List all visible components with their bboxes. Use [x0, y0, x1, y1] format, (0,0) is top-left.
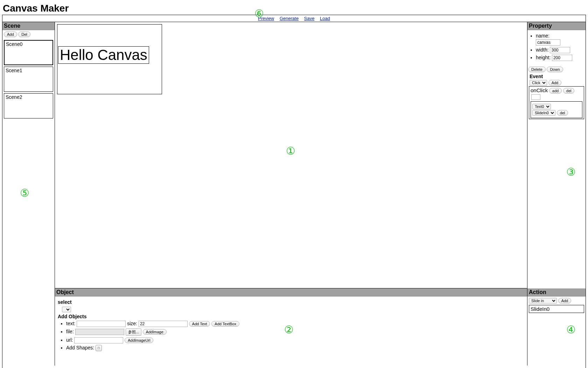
browse-button[interactable]: 参照... [126, 328, 141, 336]
size-input[interactable] [139, 321, 188, 327]
scene-header: Scene [2, 22, 55, 30]
name-label: name: [536, 33, 550, 39]
object-panel: Object select Add Objects text: size: Ad… [55, 288, 527, 366]
onclick-add-button[interactable]: add [549, 88, 562, 94]
load-link[interactable]: Load [320, 16, 330, 21]
scene-add-button[interactable]: Add [4, 32, 17, 37]
down-button[interactable]: Down [547, 67, 563, 72]
width-input[interactable] [550, 47, 570, 53]
action-select[interactable]: SlideIn0 [532, 110, 555, 116]
select-label: select [58, 299, 524, 305]
canvas-object[interactable]: Hello Canvas [57, 24, 162, 94]
object-header: Object [55, 288, 527, 297]
shapes-label: Add Shapes: [66, 345, 94, 350]
text-label: text: [66, 321, 75, 326]
delete-button[interactable]: Delete [528, 67, 546, 72]
url-input[interactable] [74, 337, 123, 343]
height-label: height: [536, 55, 551, 60]
generate-link[interactable]: Generate [280, 16, 299, 21]
main-toolbar: Preview Generate Save Load ⑥ [2, 15, 586, 22]
event-type-select[interactable]: Click [530, 80, 547, 86]
action-item-0[interactable]: SlideIn0 [529, 305, 584, 313]
marker-4: ④ [566, 323, 576, 336]
onclick-del-button[interactable]: del [563, 88, 575, 94]
onclick-label: onClick [531, 87, 548, 93]
add-rect-shape-button[interactable]: □ [96, 345, 102, 351]
action-type-select[interactable]: Slide in [529, 298, 557, 304]
add-image-button[interactable]: AddImage [143, 329, 167, 335]
event-add-button[interactable]: Add [548, 80, 562, 86]
name-input[interactable] [536, 39, 560, 46]
size-label: size: [127, 321, 137, 326]
scene-panel: Scene Add Del Scene0 Scene1 Scene2 ⑤ [2, 22, 55, 366]
event-header: Event [530, 74, 583, 79]
canvas-panel: Hello Canvas ① [55, 22, 527, 288]
add-textbox-button[interactable]: Add TextBox [211, 321, 239, 327]
marker-3: ③ [566, 166, 576, 178]
save-link[interactable]: Save [304, 16, 315, 21]
event-box: onClick add del Text0 SlideIn0 del [529, 86, 584, 119]
scene-card-0[interactable]: Scene0 [4, 40, 53, 65]
scene-card-1[interactable]: Scene1 [4, 67, 53, 92]
height-input[interactable] [552, 55, 572, 61]
target-select[interactable]: Text0 [532, 104, 551, 109]
action-add-button[interactable]: Add [558, 298, 572, 304]
preview-link[interactable]: Preview [258, 16, 274, 21]
file-label: file: [66, 329, 74, 334]
action-header: Action [527, 288, 586, 297]
url-label: url: [66, 337, 73, 343]
file-path-display [75, 329, 124, 335]
property-header: Property [527, 22, 586, 30]
app-title: Canvas Maker [3, 3, 586, 14]
action-row-del-button[interactable]: del [557, 110, 568, 116]
add-image-url-button[interactable]: AddImageUrl [125, 338, 153, 343]
marker-5: ⑤ [20, 187, 29, 199]
canvas-scroll[interactable]: Hello Canvas [55, 22, 527, 288]
scene-del-button[interactable]: Del [18, 32, 30, 37]
add-objects-header: Add Objects [58, 314, 524, 319]
property-panel: Property name: width: height: [527, 22, 586, 288]
onclick-mini-input[interactable] [531, 94, 540, 100]
hello-text[interactable]: Hello Canvas [58, 46, 149, 64]
object-select[interactable] [62, 307, 71, 312]
add-text-button[interactable]: Add Text [189, 321, 210, 327]
text-input[interactable] [77, 321, 126, 327]
action-panel: Action Slide in Add SlideIn0 ④ [527, 288, 586, 366]
width-label: width: [536, 47, 549, 53]
scene-card-2[interactable]: Scene2 [4, 93, 53, 118]
